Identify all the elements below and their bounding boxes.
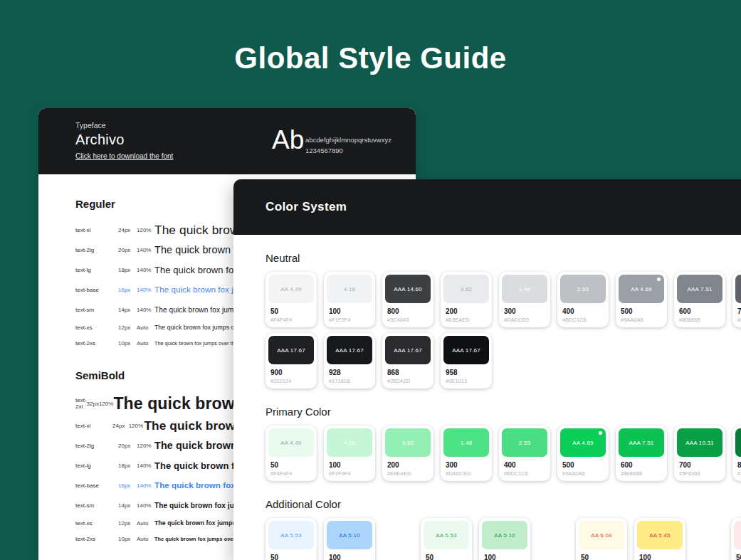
type-size: 12px: [118, 520, 137, 527]
color-card-info: 300#DADCE0: [443, 457, 489, 477]
color-card-info: 700#5F6368: [735, 303, 741, 323]
color-swatch: AAA 14.60: [735, 428, 741, 457]
color-hex: #80868B: [621, 470, 663, 477]
selected-dot-icon: [599, 431, 602, 435]
color-card-info: 500#9AA0A6: [619, 303, 664, 323]
type-lineheight: 140%: [137, 247, 154, 253]
color-swatch: AAA 7.51: [619, 428, 664, 457]
color-hex: #E8EAED: [446, 317, 488, 323]
color-hex: #9AA0A6: [621, 317, 663, 323]
contrast-ratio-label: AAA 17.67: [277, 347, 305, 354]
type-token: text-xs: [75, 520, 118, 527]
color-hex: #DADCE0: [504, 317, 546, 323]
type-lineheight: 140%: [137, 307, 154, 313]
color-swatch: 4.18: [327, 428, 372, 457]
color-weight: 700: [679, 461, 721, 469]
color-swatch: 3.82: [443, 275, 489, 303]
color-swatch: AA 5.10: [482, 521, 527, 549]
type-lineheight: Auto: [137, 520, 154, 527]
type-lineheight: 140%: [137, 463, 154, 469]
contrast-ratio-label: AA 4.49: [280, 440, 301, 446]
color-system-body: NeutralAA 4.4950#F4F4F44.18100#F1F3F4AAA…: [233, 252, 741, 560]
type-lineheight: 140%: [137, 482, 154, 489]
color-weight: 50: [270, 554, 312, 560]
typeface-label: Typeface: [75, 121, 106, 130]
type-lineheight: 120%: [99, 401, 113, 407]
color-card-info: 868#2B2A2D: [385, 364, 431, 384]
color-system-header: Color System: [233, 179, 741, 235]
color-card: AAA 10.31700#5F6368: [732, 272, 741, 327]
color-card-group: AA 5.5350#E9F4FEAA 5.10100#B9DDFC: [266, 518, 375, 560]
color-weight: 500: [621, 307, 663, 315]
color-hex: #202124: [270, 378, 312, 384]
color-hex: #F1F3F4: [329, 470, 371, 477]
color-card-row: AA 4.4950#F4F4F44.18100#F1F3F43.82200#E8…: [266, 426, 741, 481]
typeface-name: Archivo: [75, 132, 125, 148]
type-size: 20px: [118, 247, 137, 253]
contrast-ratio-label: AAA 7.51: [688, 286, 713, 292]
contrast-ratio-label: AAA 17.67: [452, 347, 480, 354]
page-title: Global Style Guide: [0, 41, 741, 75]
color-card: AA 4.69500#9AA0A6: [616, 272, 667, 327]
type-token: text-xl: [75, 423, 112, 429]
color-weight: 50: [736, 554, 741, 560]
color-weight: 800: [737, 461, 741, 469]
color-card: AA 6.0450#FFFAE6: [576, 518, 627, 560]
contrast-ratio-label: AA 5.10: [494, 532, 515, 539]
color-card: 2.53400#BDC1C6: [499, 426, 550, 481]
color-card-row: AA 4.4950#F4F4F44.18100#F1F3F4AAA 14.608…: [266, 272, 741, 327]
color-swatch: AAA 17.67: [385, 336, 431, 364]
specimen-ab: Ab: [272, 125, 304, 155]
contrast-ratio-label: 1.48: [519, 286, 530, 292]
contrast-ratio-label: AAA 14.60: [394, 286, 422, 292]
color-card-row: AA 5.5350#E9F4FEAA 5.10100#B9DDFCAA 5.53…: [266, 518, 741, 560]
color-swatch: 2.53: [502, 428, 547, 457]
color-swatch: AAA 17.67: [443, 336, 489, 364]
color-card: AAA 17.67868#2B2A2D: [382, 333, 433, 389]
contrast-ratio-label: AA 5.53: [436, 532, 456, 539]
color-swatch: 1.48: [502, 275, 547, 303]
color-swatch: 2.53: [560, 275, 606, 303]
contrast-ratio-label: 2.53: [577, 286, 589, 292]
type-token: text-xl: [75, 227, 118, 233]
color-card: AAA 14.60800#3C4043: [382, 272, 433, 327]
contrast-ratio-label: 3.82: [402, 440, 414, 446]
color-hex: #F1F3F4: [329, 317, 371, 323]
contrast-ratio-label: AA 5.45: [649, 532, 670, 539]
color-card-info: 50#EBF9EE: [424, 549, 469, 560]
color-weight: 700: [737, 307, 741, 315]
contrast-ratio-label: AA 4.69: [631, 286, 651, 292]
type-size: 10px: [118, 536, 137, 542]
color-swatch: 4.18: [327, 275, 372, 303]
type-size: 18px: [118, 463, 137, 469]
color-card-group: AA 4.4950#F4F4F44.18100#F1F3F43.82200#E8…: [266, 426, 741, 481]
color-hex: #0E1013: [446, 378, 488, 384]
color-swatch: AAA 17.67: [327, 336, 372, 364]
color-swatch: AA 4.49: [268, 275, 314, 303]
contrast-ratio-label: AA 5.53: [280, 532, 301, 539]
download-font-link[interactable]: Click here to download the font: [75, 152, 173, 160]
type-size: 18px: [118, 267, 137, 273]
type-token: text-2xs: [75, 536, 118, 542]
color-swatch: AA 4.69: [560, 428, 606, 457]
color-card-group: AA 4.4950#F4F4F44.18100#F1F3F4AAA 14.608…: [266, 272, 741, 327]
type-token: text-base: [75, 287, 118, 293]
color-hex: #80868B: [679, 317, 721, 323]
color-card: AA 5.5350#FCE8EA: [731, 518, 741, 560]
color-hex: #F4F4F4: [270, 317, 312, 323]
contrast-ratio-label: 4.18: [344, 440, 355, 446]
color-card-group: AA 6.0450#FFFAE6AA 5.45100#FFEF80: [576, 518, 685, 560]
type-lineheight: 120%: [137, 227, 154, 233]
color-swatch: AA 4.69: [619, 275, 664, 303]
color-card-info: 50#F4F4F4: [268, 303, 314, 323]
color-hex: #9AA0A6: [562, 470, 604, 477]
typeface-card-header: Typeface Archivo Click here to download …: [38, 108, 416, 174]
type-token: text-lg: [75, 267, 118, 273]
type-size: 32px: [87, 401, 99, 407]
type-token: text-2xs: [75, 340, 118, 347]
type-lineheight: 140%: [137, 267, 154, 273]
color-card-info: 100#C0EECC: [482, 549, 527, 560]
color-card-info: 500#9AA0A6: [560, 457, 606, 477]
color-card-info: 800#3C4043: [735, 457, 741, 477]
specimen-charset: abcdefghijklmnopqrstuvwxyz 1234567890: [305, 134, 391, 156]
